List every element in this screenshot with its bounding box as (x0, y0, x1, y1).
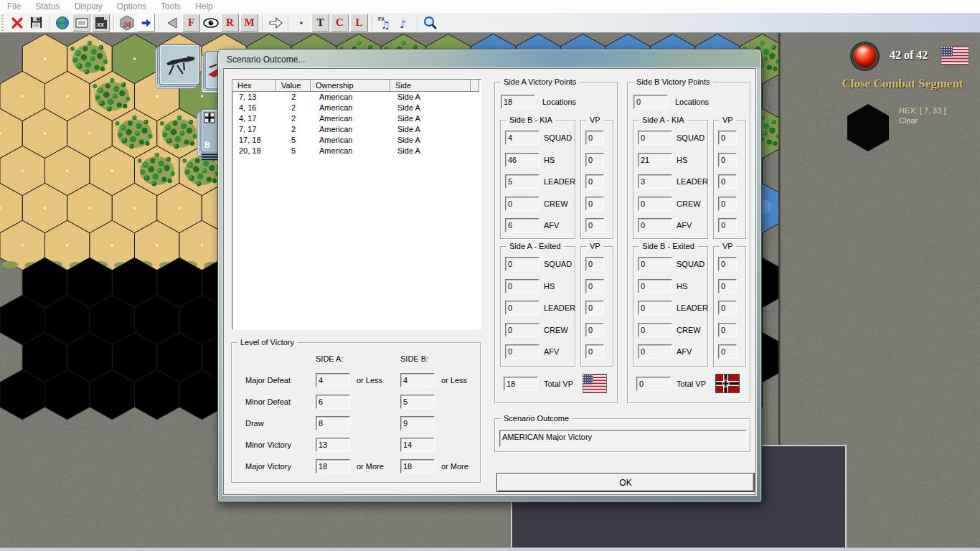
scenario-outcome-field[interactable]: AMERICAN Major Victory (499, 430, 747, 447)
count-field[interactable]: 46 (505, 153, 540, 167)
column-header-side[interactable]: Side (390, 80, 471, 92)
count-field[interactable]: 0 (718, 218, 737, 232)
letter-f-button[interactable]: F (182, 14, 200, 32)
count-field[interactable]: 0 (505, 197, 540, 211)
letter-m-button[interactable]: M (240, 14, 258, 32)
column-header-value[interactable]: Value (276, 80, 311, 92)
total-vp-field[interactable]: 18 (504, 377, 538, 391)
count-field[interactable]: 5 (505, 174, 540, 189)
locations-field[interactable]: 0 (633, 95, 668, 109)
menu-item-display[interactable]: Display (67, 1, 109, 11)
die-20-button[interactable]: 20 (118, 14, 136, 32)
arrow-blue-button[interactable] (137, 14, 155, 32)
side-b-threshold-field[interactable]: 4 (400, 373, 435, 387)
side-b-threshold-field[interactable]: 5 (400, 395, 435, 409)
table-row[interactable]: 7, 172AmericanSide A (232, 124, 481, 135)
window-button[interactable] (72, 14, 90, 32)
side-a-threshold-field[interactable]: 8 (316, 416, 350, 430)
locations-table[interactable]: HexValueOwnershipSide 7, 132AmericanSide… (232, 79, 481, 330)
menu-item-tools[interactable]: Tools (154, 1, 188, 11)
count-field[interactable]: 0 (585, 174, 604, 189)
side-a-threshold-field[interactable]: 6 (316, 395, 350, 409)
count-field[interactable]: 0 (585, 153, 604, 167)
machine-gun-counter[interactable] (156, 44, 199, 88)
count-field[interactable]: 0 (585, 301, 604, 315)
count-field[interactable]: 0 (718, 257, 737, 271)
dialog-titlebar[interactable]: Scenario Outcome... (219, 50, 760, 68)
count-field[interactable]: 3 (638, 174, 672, 189)
note-button[interactable]: ♪ (395, 14, 413, 32)
count-field[interactable]: 0 (718, 279, 737, 293)
count-field[interactable]: 0 (638, 279, 672, 293)
doc-xx-button[interactable]: xx (92, 14, 110, 32)
notes-fx-icon: FX♫ (377, 15, 393, 31)
count-field[interactable]: 0 (638, 197, 672, 211)
turn-counter: 42 of 42 (890, 49, 928, 62)
count-field[interactable]: 6 (505, 218, 540, 232)
locations-field[interactable]: 18 (501, 95, 535, 109)
count-field[interactable]: 0 (718, 131, 737, 145)
count-field[interactable]: 0 (718, 344, 737, 359)
tri-left-button[interactable] (163, 14, 181, 32)
count-field[interactable]: 0 (505, 301, 540, 315)
count-field[interactable]: 0 (718, 153, 737, 167)
table-row[interactable]: 4, 162AmericanSide A (232, 103, 481, 113)
count-field[interactable]: 4 (505, 131, 540, 145)
letter-c-button[interactable]: C (331, 14, 349, 32)
count-field[interactable]: 0 (638, 301, 672, 315)
count-field[interactable]: 0 (718, 197, 737, 211)
menu-item-options[interactable]: Options (110, 1, 154, 11)
count-field[interactable]: 0 (585, 131, 604, 145)
menu-item-help[interactable]: Help (188, 1, 220, 11)
column-header-filler[interactable] (471, 80, 479, 92)
count-field[interactable]: 0 (585, 323, 604, 337)
side-a-threshold-field[interactable]: 18 (316, 459, 350, 474)
letter-t-button[interactable]: T (311, 14, 329, 32)
count-field[interactable]: 0 (638, 323, 672, 337)
column-header-hex[interactable]: Hex (232, 80, 276, 92)
count-field[interactable]: 0 (505, 323, 540, 337)
count-field[interactable]: 0 (718, 174, 737, 189)
side-a-threshold-field[interactable]: 13 (316, 438, 350, 452)
table-row[interactable]: 17, 185AmericanSide A (232, 135, 481, 146)
side-a-threshold-field[interactable]: 4 (316, 373, 350, 387)
total-vp-field[interactable]: 0 (636, 377, 671, 391)
side-b-threshold-field[interactable]: 9 (400, 416, 435, 430)
count-field[interactable]: 0 (505, 279, 540, 293)
side-b-threshold-field[interactable]: 18 (400, 459, 435, 474)
close-x-button[interactable] (8, 14, 26, 32)
eye-button[interactable] (202, 14, 220, 32)
side-b-threshold-field[interactable]: 14 (400, 438, 435, 452)
table-row[interactable]: 4, 172AmericanSide A (232, 113, 481, 124)
count-field[interactable]: 0 (505, 344, 540, 359)
count-field[interactable]: 21 (638, 153, 672, 167)
notes-fx-button[interactable]: FX♫ (376, 14, 394, 32)
ok-button[interactable]: OK (497, 474, 754, 491)
save-button[interactable] (27, 14, 45, 32)
count-field[interactable]: 0 (585, 218, 604, 232)
menu-item-status[interactable]: Status (28, 1, 67, 11)
count-field[interactable]: 0 (585, 279, 604, 293)
count-field[interactable]: 0 (638, 131, 672, 145)
table-row[interactable]: 20, 185AmericanSide A (232, 146, 481, 156)
letter-r-button[interactable]: R (221, 14, 239, 32)
magnifier-button[interactable] (421, 14, 439, 32)
count-field[interactable]: 0 (585, 344, 604, 359)
table-row[interactable]: 7, 132AmericanSide A (232, 92, 481, 103)
count-field[interactable]: 0 (505, 257, 540, 271)
column-header-ownership[interactable]: Ownership (311, 80, 390, 92)
count-field[interactable]: 0 (638, 344, 672, 359)
count-field[interactable]: 0 (718, 301, 737, 315)
phase-indicator-button[interactable] (852, 43, 878, 70)
letter-l-button[interactable]: L (350, 14, 368, 32)
toolbar-grip[interactable] (1, 15, 7, 31)
count-field[interactable]: 0 (585, 197, 604, 211)
globe-button[interactable] (53, 14, 71, 32)
count-field[interactable]: 0 (718, 323, 737, 337)
count-field[interactable]: 0 (638, 257, 672, 271)
count-field[interactable]: 0 (638, 218, 672, 232)
dot-button[interactable] (292, 14, 310, 32)
menu-item-file[interactable]: File (0, 1, 28, 11)
count-field[interactable]: 0 (585, 257, 604, 271)
arrow-white-button[interactable] (266, 14, 284, 32)
